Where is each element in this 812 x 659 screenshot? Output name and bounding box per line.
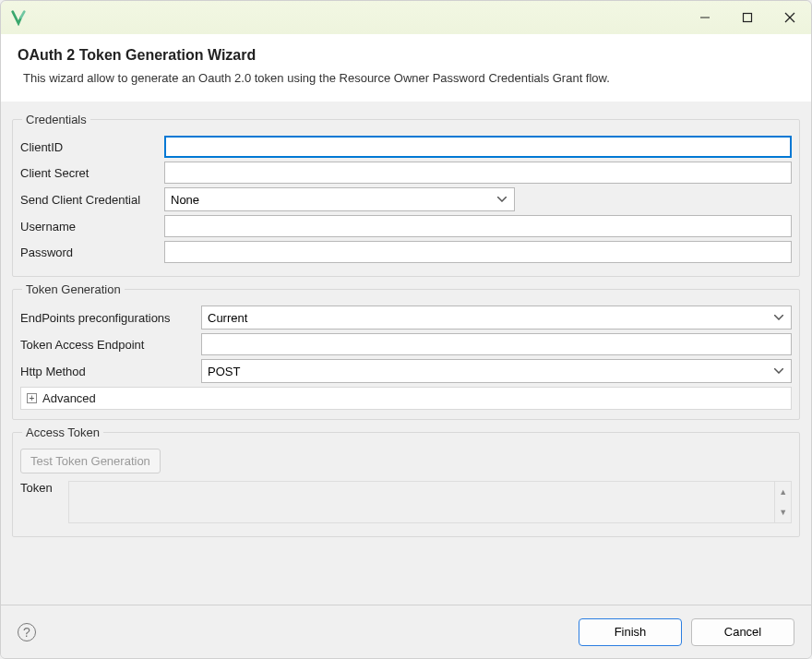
token-scroll-up-icon[interactable]: ▲ bbox=[775, 482, 791, 502]
token-access-endpoint-label: Token Access Endpoint bbox=[20, 338, 196, 352]
client-secret-label: Client Secret bbox=[20, 166, 159, 180]
client-id-label: ClientID bbox=[20, 140, 159, 154]
advanced-expander[interactable]: + Advanced bbox=[20, 387, 792, 410]
page-title: OAuth 2 Token Generation Wizard bbox=[18, 47, 794, 64]
credentials-group: Credentials ClientID Client Secret Send … bbox=[12, 113, 800, 277]
wizard-header: OAuth 2 Token Generation Wizard This wiz… bbox=[1, 34, 811, 102]
help-icon[interactable]: ? bbox=[18, 623, 36, 641]
client-id-input[interactable] bbox=[164, 136, 792, 158]
endpoints-preconfig-select[interactable]: Current bbox=[201, 306, 792, 330]
token-scroll-down-icon[interactable]: ▼ bbox=[775, 502, 791, 522]
password-label: Password bbox=[20, 246, 159, 259]
finish-button[interactable]: Finish bbox=[579, 618, 682, 646]
http-method-label: Http Method bbox=[20, 365, 196, 378]
form-area: Credentials ClientID Client Secret Send … bbox=[1, 102, 811, 554]
maximize-button[interactable] bbox=[726, 2, 769, 33]
close-button[interactable] bbox=[769, 2, 811, 33]
page-description: This wizard allow to generate an Oauth 2… bbox=[18, 71, 794, 85]
username-input[interactable] bbox=[164, 215, 792, 237]
svg-rect-1 bbox=[744, 14, 752, 22]
send-client-credential-select[interactable]: None bbox=[164, 187, 515, 211]
expand-icon: + bbox=[27, 393, 37, 403]
access-token-legend: Access Token bbox=[22, 425, 103, 439]
cancel-button[interactable]: Cancel bbox=[691, 618, 794, 646]
token-generation-group: Token Generation EndPoints preconfigurat… bbox=[12, 282, 800, 420]
test-token-generation-button: Test Token Generation bbox=[20, 449, 161, 473]
advanced-label: Advanced bbox=[42, 391, 96, 405]
title-bar bbox=[1, 1, 811, 34]
app-logo-icon bbox=[10, 9, 27, 26]
send-client-credential-label: Send Client Credential bbox=[20, 193, 159, 207]
token-output-box: ▲ ▼ bbox=[68, 481, 792, 523]
password-input[interactable] bbox=[164, 241, 792, 263]
token-label: Token bbox=[20, 481, 63, 495]
token-output[interactable] bbox=[69, 482, 774, 522]
http-method-select[interactable]: POST bbox=[201, 359, 792, 383]
dialog-footer: ? Finish Cancel bbox=[1, 605, 811, 658]
credentials-legend: Credentials bbox=[22, 113, 90, 126]
username-label: Username bbox=[20, 220, 159, 234]
token-access-endpoint-input[interactable] bbox=[201, 333, 792, 355]
client-secret-input[interactable] bbox=[164, 162, 792, 184]
minimize-button[interactable] bbox=[684, 2, 726, 33]
endpoints-preconfig-label: EndPoints preconfigurations bbox=[20, 311, 196, 325]
token-generation-legend: Token Generation bbox=[22, 282, 125, 296]
access-token-group: Access Token Test Token Generation Token… bbox=[12, 425, 800, 537]
